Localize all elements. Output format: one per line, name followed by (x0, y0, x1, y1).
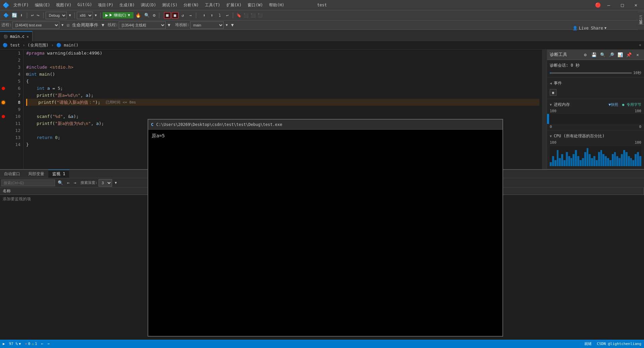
memory-section-label: 进程内存 (554, 102, 570, 108)
cpu-bar (623, 150, 625, 166)
diag-events-header[interactable]: ◀ 事件 (547, 79, 644, 87)
watch-search-input[interactable] (1, 180, 55, 186)
toolbar-new-btn[interactable]: 🔷 (2, 12, 10, 18)
close-button[interactable]: ✕ (631, 2, 641, 8)
debug-watch-btn[interactable]: ⬛ (250, 12, 257, 19)
search-btn[interactable]: 🔍 (143, 12, 151, 18)
bp-dot-10 (2, 115, 5, 118)
config-dropdown-arrow[interactable]: ▼ (67, 13, 72, 18)
status-navigate-back[interactable]: ← (41, 342, 44, 346)
debug-run-to-cursor-btn[interactable]: ↩ (224, 12, 231, 19)
stack-frame-extra-btn[interactable]: ▼ (230, 22, 235, 28)
debug-autos-btn[interactable]: ⬛ (257, 12, 264, 19)
status-navigate-fwd[interactable]: → (47, 342, 50, 346)
menu-git[interactable]: Git(G) (75, 2, 95, 9)
status-debug-icon[interactable]: ▶ (3, 342, 5, 346)
process-dropdown-icon[interactable]: ▼ (60, 22, 65, 27)
diag-timeline-track[interactable] (550, 72, 632, 74)
continue-debug-button[interactable]: ▶ ▶ 继续(C) ▼ (103, 12, 133, 18)
debug-process-bar: 进程: [14640] test.exe ▼ ☑ 生命周期事件 ▼ 线程: [1… (0, 20, 644, 29)
debug-bp-btn[interactable]: ⬛ (243, 12, 250, 19)
toolbar-open-btn[interactable]: 🔄 (10, 12, 18, 18)
menu-debug[interactable]: 调试(D) (138, 2, 159, 9)
breadcrumb-function[interactable]: 🔵 main() (56, 43, 78, 48)
code-vertical-scrollbar[interactable] (542, 50, 547, 169)
hot-reload-btn[interactable]: 🔥 (134, 12, 142, 18)
events-display-btn[interactable]: ▦ (550, 89, 556, 96)
debug-step-over-btn[interactable]: → (187, 12, 194, 19)
watch-nav-fwd-btn[interactable]: → (72, 180, 78, 186)
watch-depth-selector[interactable]: 3 (99, 179, 112, 187)
menu-project[interactable]: 项目(P) (95, 2, 116, 9)
tab-local-vars[interactable]: 局部变量 (24, 170, 48, 178)
toolbar-redo-btn[interactable]: ↪ (36, 12, 41, 18)
toolbar-sep-7 (233, 12, 233, 18)
watch-depth-dropdown-icon[interactable]: ▼ (113, 180, 118, 185)
menu-file[interactable]: 文件(F) (11, 2, 32, 9)
menu-tools[interactable]: 工具(T) (202, 2, 223, 9)
restore-button[interactable]: □ (617, 2, 628, 8)
debug-bookmark-btn[interactable]: 🔖 (236, 12, 243, 19)
debug-step-into-btn[interactable]: ⬇ (201, 12, 208, 19)
menu-window[interactable]: 窗口(W) (245, 2, 266, 9)
live-share-button[interactable]: 👤 Live Share ▼ (570, 25, 609, 31)
status-warnings[interactable]: ⚠ 1 (32, 342, 37, 346)
menu-build[interactable]: 生成(B) (117, 2, 138, 9)
diag-zoom-out-btn[interactable]: 🔎 (608, 51, 615, 58)
breadcrumb-file[interactable]: 🔵 test (3, 43, 20, 48)
debug-restart-btn[interactable]: ↺ (179, 12, 186, 19)
arch-dropdown[interactable]: x86 (77, 12, 93, 19)
error-icon: ✕ (25, 342, 27, 346)
menu-view[interactable]: 视图(V) (53, 2, 74, 9)
process-selector[interactable]: [14640] test.exe (12, 21, 59, 29)
vs-logo-icon: 🔷 (3, 2, 9, 8)
watch-nav-back-btn[interactable]: ← (66, 180, 71, 186)
diag-cpu-header[interactable]: ▼ CPU (所有处理器的百分比) (547, 132, 644, 140)
toolbar-undo-btn[interactable]: ↩ (30, 12, 35, 18)
minimize-button[interactable]: — (603, 2, 614, 8)
line-num-2: 2 (9, 57, 20, 64)
settings-btn[interactable]: ⚙ (152, 12, 157, 18)
c-file-icon: ⚫ (3, 34, 8, 39)
menu-analyze[interactable]: 分析(N) (181, 2, 202, 9)
user-avatar-icon: 🔴 (595, 2, 601, 8)
console-output-body[interactable]: 原a=5 (148, 130, 502, 336)
memory-snapshot-btn[interactable]: ▼快照 (608, 102, 618, 107)
debug-extra-controls: ⬇ ⬆ ⤵ ↩ (201, 12, 231, 19)
arch-dropdown-arrow[interactable]: ▼ (94, 13, 98, 18)
tab-close-button[interactable]: ✕ (26, 34, 29, 39)
thread-filter-icon[interactable]: ▼ (100, 22, 106, 28)
stack-frame-selector[interactable]: main (190, 21, 224, 29)
config-dropdown[interactable]: Debug (46, 12, 67, 19)
diag-close-btn[interactable]: ✕ (634, 51, 641, 58)
lifecycle-events-btn[interactable]: ☑ 生命周期事件 (65, 21, 100, 29)
debug-stop-btn[interactable]: ■ (172, 12, 178, 19)
diag-save-btn[interactable]: 💾 (590, 51, 598, 58)
console-window: C C:\Users\20269\Desktop\csdn\test\test\… (148, 119, 503, 337)
thread-selector[interactable]: [13544] 主线程 (119, 21, 166, 29)
diag-pin-btn[interactable]: 📌 (625, 51, 633, 58)
diag-chart-btn[interactable]: 📊 (616, 51, 624, 58)
debug-pause-btn[interactable]: ⏹ (164, 12, 171, 19)
menu-edit[interactable]: 编辑(E) (32, 2, 53, 9)
watch-search-icon[interactable]: 🔍 (56, 180, 64, 186)
diag-zoom-in-btn[interactable]: 🔍 (599, 51, 606, 58)
diag-settings-btn[interactable]: ⚙ (582, 51, 589, 58)
editor-split-btn[interactable]: + (639, 43, 641, 48)
cpu-bar (584, 152, 586, 166)
status-zoom[interactable]: 97 % ▼ (9, 342, 21, 346)
breadcrumb-scope[interactable]: (全局范围) (28, 43, 48, 48)
status-errors[interactable]: ✕ 0 (25, 342, 30, 346)
diag-memory-header[interactable]: ▼ 进程内存 ▼快照 ● 专用字节 (547, 100, 644, 109)
tab-watch-1[interactable]: 监视 1 (48, 170, 69, 178)
menu-help[interactable]: 帮助(H) (266, 2, 287, 9)
menu-extensions[interactable]: 扩展(X) (224, 2, 245, 9)
menu-test[interactable]: 测试(S) (159, 2, 180, 9)
tab-main-c[interactable]: ⚫ main.c ✕ (0, 31, 33, 41)
stack-frame-dropdown-icon[interactable]: ▼ (224, 22, 229, 27)
tab-auto-window[interactable]: 自动窗口 (0, 170, 24, 178)
debug-stepback-btn[interactable]: ⤵ (216, 12, 223, 19)
thread-filter-btn[interactable]: ▼ (166, 22, 172, 28)
toolbar-save-btn[interactable]: ⬇ (19, 12, 24, 18)
debug-step-out-btn[interactable]: ⬆ (209, 12, 215, 19)
